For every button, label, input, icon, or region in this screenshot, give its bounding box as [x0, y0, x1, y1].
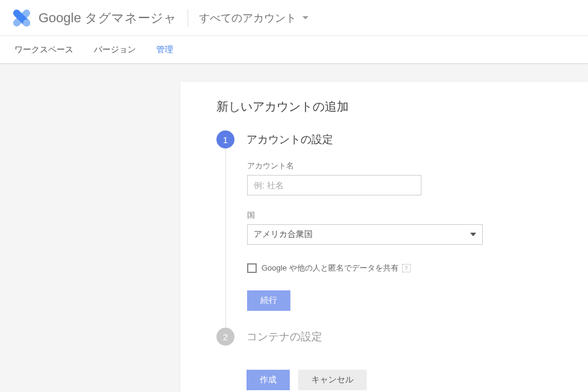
- svg-point-2: [23, 19, 30, 26]
- tab-workspace[interactable]: ワークスペース: [14, 44, 73, 55]
- step-1-body: アカウント名 国 アメリカ合衆国 Google や他の人と匿名でデータを共有 ?…: [225, 149, 588, 328]
- step-2-badge: 2: [216, 328, 234, 346]
- account-name-field: アカウント名: [247, 161, 588, 195]
- app-header: Google タグマネージャ すべてのアカウント: [0, 0, 588, 36]
- card-title: 新しいアカウントの追加: [216, 99, 588, 115]
- help-icon[interactable]: ?: [402, 264, 411, 272]
- chevron-down-icon: [302, 16, 308, 19]
- brand-product: タグマネージャ: [85, 10, 177, 26]
- tab-admin[interactable]: 管理: [156, 44, 173, 55]
- share-data-label: Google や他の人と匿名でデータを共有: [262, 263, 399, 274]
- account-name-label: アカウント名: [247, 161, 588, 171]
- step-2-title: コンテナの設定: [247, 329, 322, 344]
- country-field: 国 アメリカ合衆国: [247, 210, 588, 245]
- continue-button[interactable]: 続行: [247, 290, 290, 311]
- tab-version[interactable]: バージョン: [94, 44, 136, 55]
- create-button[interactable]: 作成: [247, 370, 290, 390]
- country-select[interactable]: アメリカ合衆国: [247, 224, 483, 245]
- account-selector-label: すべてのアカウント: [199, 11, 296, 25]
- brand: Google タグマネージャ: [38, 10, 177, 26]
- country-select-value: アメリカ合衆国: [254, 229, 313, 240]
- share-data-row: Google や他の人と匿名でデータを共有 ?: [247, 263, 588, 274]
- step-1-header: 1 アカウントの設定: [216, 130, 588, 149]
- tab-nav: ワークスペース バージョン 管理: [0, 36, 588, 64]
- content-area: 新しいアカウントの追加 1 アカウントの設定 アカウント名 国 アメリカ合衆国 …: [0, 64, 588, 392]
- cancel-button[interactable]: キャンセル: [298, 370, 367, 390]
- share-data-checkbox[interactable]: [247, 263, 257, 273]
- step-1-title: アカウントの設定: [247, 132, 333, 147]
- chevron-down-icon: [470, 233, 476, 236]
- step-1-badge: 1: [216, 130, 234, 149]
- account-name-input[interactable]: [247, 175, 421, 195]
- step-2-header: 2 コンテナの設定: [216, 328, 588, 346]
- country-label: 国: [247, 210, 588, 221]
- bottom-actions: 作成 キャンセル: [247, 370, 588, 390]
- divider: [188, 9, 188, 27]
- brand-google: Google: [38, 10, 81, 26]
- create-account-card: 新しいアカウントの追加 1 アカウントの設定 アカウント名 国 アメリカ合衆国 …: [180, 82, 588, 392]
- account-selector[interactable]: すべてのアカウント: [199, 11, 308, 25]
- gtm-logo-icon: [13, 10, 30, 26]
